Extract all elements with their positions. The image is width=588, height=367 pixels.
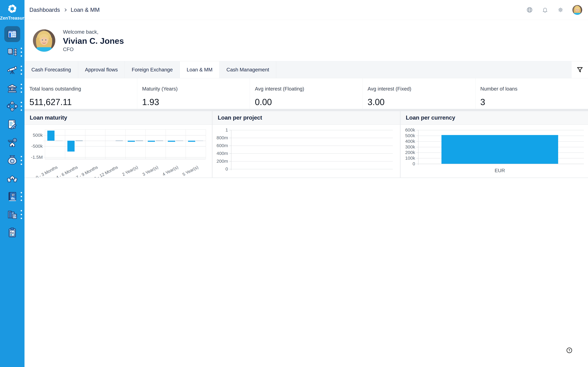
kebab-menu-icon[interactable] <box>21 210 22 219</box>
welcome-avatar <box>33 29 55 52</box>
filter-button[interactable] <box>572 61 588 78</box>
maturity-zero-bar <box>116 140 123 141</box>
sidebar-item-dashboard-window[interactable] <box>0 25 25 43</box>
y-axis-tick-label: 100k <box>401 156 415 160</box>
svg-text:$: $ <box>11 88 13 91</box>
money-bag-icon <box>4 152 20 168</box>
y-axis-tick <box>416 141 418 142</box>
sidebar-item-telescope[interactable] <box>0 61 25 79</box>
panel-header: Loan per project <box>213 111 400 125</box>
maturity-bar <box>148 141 155 142</box>
sidebar-item-currency-circulation[interactable]: $¥£€ <box>0 97 25 115</box>
tab-label: Approval flows <box>85 67 118 73</box>
kpi-card-3: Avg interest (Fixed)3.00 <box>363 78 475 109</box>
gridline <box>145 129 146 159</box>
svg-text:?: ? <box>568 349 570 352</box>
breadcrumb: DashboardsLoan & MM <box>29 7 100 13</box>
user-avatar[interactable] <box>572 5 582 15</box>
kpi-row: Total loans outstanding511,627.11Maturit… <box>25 78 588 109</box>
sidebar-item-hands-house[interactable] <box>0 169 25 187</box>
panel-header: Loan maturity <box>25 111 212 125</box>
tab-loan-mm[interactable]: Loan & MM <box>180 61 220 78</box>
main-area: DashboardsLoan & MM Welcome back, Vivian… <box>25 0 588 367</box>
tab-label: Cash Management <box>226 67 269 73</box>
gridline <box>231 161 393 161</box>
topbar: DashboardsLoan & MM <box>25 0 588 20</box>
help-button[interactable]: ? <box>566 347 572 354</box>
y-axis-tick-label: -500k <box>25 144 43 149</box>
topbar-actions <box>526 5 582 15</box>
maturity-bar <box>47 131 54 141</box>
sidebar-item-bank[interactable]: $ <box>0 79 25 97</box>
gridline <box>45 129 45 159</box>
documents-approval-icon <box>4 44 20 60</box>
app-logo[interactable]: ZenTreasury <box>0 0 25 21</box>
x-axis-line <box>45 159 206 159</box>
charts-row: Loan maturity 500k-500k-1.5M0 - 3 Months… <box>25 111 588 178</box>
x-axis-category-label: 4 Year(s) <box>162 165 179 177</box>
bell-icon[interactable] <box>541 6 549 13</box>
kebab-menu-icon[interactable] <box>21 102 22 111</box>
tab-label: Cash Forecasting <box>31 67 71 73</box>
gridline <box>45 129 206 130</box>
kpi-label: Number of loans <box>480 86 588 92</box>
gear-icon[interactable] <box>557 6 564 13</box>
telescope-icon <box>4 62 20 78</box>
sidebar-item-clipboard-chart[interactable]: $ <box>0 224 25 242</box>
kebab-menu-icon[interactable] <box>21 66 22 75</box>
tab-label: Foreign Exchange <box>132 67 173 73</box>
sidebar-item-finance-book[interactable]: $ <box>0 187 25 206</box>
bank-icon: $ <box>4 80 20 96</box>
svg-text:¥: ¥ <box>8 105 9 108</box>
tab-cash-forecasting[interactable]: Cash Forecasting <box>25 61 78 78</box>
sidebar-item-documents-approval[interactable] <box>0 43 25 61</box>
kebab-menu-icon[interactable] <box>21 156 22 165</box>
x-axis-category-label: 4 - 6 Months <box>55 165 78 177</box>
maturity-zero-bar <box>196 140 203 141</box>
sidebar-item-money-bag[interactable] <box>0 151 25 169</box>
panel-title: Loan maturity <box>30 115 67 121</box>
y-axis-tick-label: 200k <box>401 150 415 155</box>
maturity-bar <box>128 141 135 142</box>
globe-icon[interactable] <box>526 6 533 13</box>
tab-label: Loan & MM <box>187 67 213 73</box>
tab-cash-management[interactable]: Cash Management <box>220 61 276 78</box>
hands-house-icon <box>4 170 20 186</box>
kebab-menu-icon[interactable] <box>21 84 22 93</box>
y-axis-line <box>231 130 231 170</box>
x-axis-category-label: 5 Year(s) <box>182 165 199 177</box>
sidebar-item-house-key[interactable] <box>0 133 25 151</box>
y-axis-tick-label: 400k <box>401 139 415 144</box>
maturity-bar <box>168 141 175 142</box>
kpi-label: Total loans outstanding <box>29 86 137 92</box>
y-axis-tick <box>229 169 231 169</box>
kpi-card-0: Total loans outstanding511,627.11 <box>25 78 137 109</box>
user-name: Vivian C. Jones <box>63 36 124 46</box>
gridline <box>125 129 126 159</box>
y-axis-tick-label: 400m <box>213 151 228 156</box>
panel-loan-per-project: Loan per project 1800m600m400m200m0 <box>213 111 400 177</box>
y-axis-tick <box>416 130 418 130</box>
welcome-section: Welcome back, Vivian C. Jones CFO <box>25 20 588 61</box>
sidebar-item-folder-calculator[interactable] <box>0 206 25 224</box>
gridline <box>231 130 393 130</box>
tab-foreign-exchange[interactable]: Foreign Exchange <box>125 61 180 78</box>
gridline <box>105 129 105 159</box>
row-divider <box>25 109 588 111</box>
maturity-zero-bar <box>176 140 183 141</box>
y-axis-tick-label: 200m <box>213 159 228 163</box>
tab-approval-flows[interactable]: Approval flows <box>78 61 125 78</box>
kebab-menu-icon[interactable] <box>21 48 22 57</box>
y-axis-tick <box>416 164 418 164</box>
breadcrumb-item[interactable]: Dashboards <box>29 7 60 13</box>
contract-pen-icon: $ <box>4 116 20 132</box>
kpi-card-1: Maturity (Years)1.93 <box>137 78 250 109</box>
kebab-menu-icon[interactable] <box>21 192 22 201</box>
gridline <box>206 129 206 159</box>
y-axis-tick <box>229 153 231 154</box>
svg-text:£: £ <box>15 105 17 108</box>
x-axis-line <box>418 164 584 164</box>
sidebar-item-contract-pen[interactable]: $ <box>0 115 25 133</box>
chevron-right-icon <box>63 8 68 12</box>
gridline <box>65 129 65 159</box>
